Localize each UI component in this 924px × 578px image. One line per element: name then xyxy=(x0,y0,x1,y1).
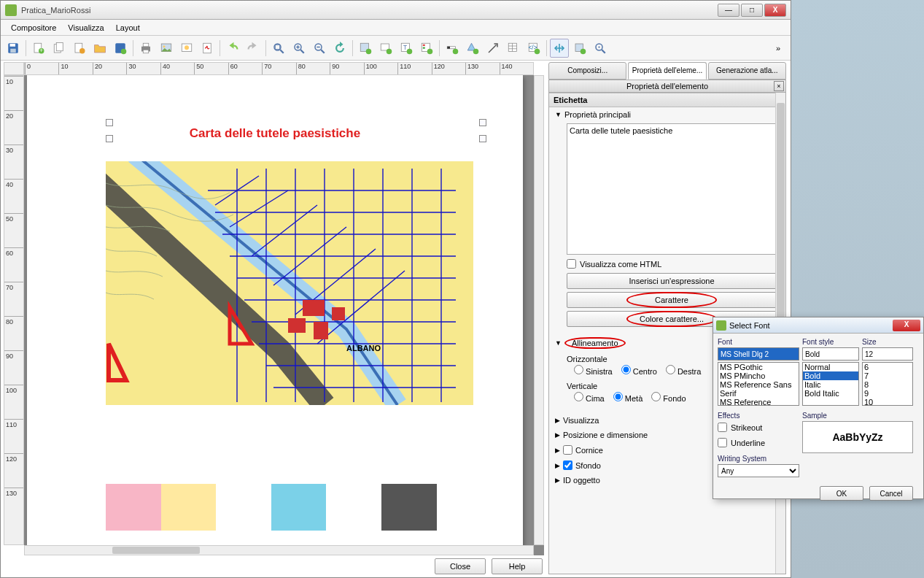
tab-composition[interactable]: Composizi... xyxy=(548,62,626,80)
minimize-button[interactable]: — xyxy=(718,4,739,17)
add-label-icon[interactable]: T xyxy=(397,39,416,58)
underline-checkbox[interactable] xyxy=(718,438,727,447)
svg-rect-13 xyxy=(143,43,149,47)
add-scalebar-icon[interactable] xyxy=(443,39,462,58)
add-shape-icon[interactable] xyxy=(463,39,482,58)
sample-preview: AaBbYyZz xyxy=(802,421,913,453)
window-title: Pratica_MarioRossi xyxy=(21,6,718,15)
toolbar-overflow-icon[interactable]: » xyxy=(769,39,788,58)
help-button[interactable]: Help xyxy=(492,558,543,574)
pan-icon[interactable] xyxy=(591,39,610,58)
selection-handle[interactable] xyxy=(106,119,113,126)
svg-point-18 xyxy=(185,45,189,50)
svg-point-44 xyxy=(473,48,479,54)
duplicate-icon[interactable] xyxy=(50,39,69,58)
new-composer-icon[interactable]: + xyxy=(29,39,48,58)
add-table-icon[interactable] xyxy=(504,39,523,58)
add-map-icon[interactable] xyxy=(356,39,375,58)
cancel-button[interactable]: Cancel xyxy=(869,486,913,501)
add-image-icon[interactable] xyxy=(376,39,395,58)
panel-close-icon[interactable]: × xyxy=(774,81,784,91)
close-button[interactable]: X xyxy=(764,4,786,17)
move-content-icon[interactable] xyxy=(570,39,589,58)
font-style-list[interactable]: NormalBoldItalicBold Italic xyxy=(802,362,859,406)
refresh-icon[interactable] xyxy=(330,39,349,58)
label-item[interactable]: Carta delle tutele paesistiche xyxy=(27,126,523,141)
manage-icon[interactable] xyxy=(70,39,89,58)
print-icon[interactable] xyxy=(136,39,155,58)
font-size-input[interactable] xyxy=(862,347,913,361)
align-center-radio[interactable] xyxy=(621,365,631,374)
export-pdf-icon[interactable] xyxy=(198,39,217,58)
font-size-list[interactable]: 67891011 xyxy=(862,362,913,406)
menu-visualizza[interactable]: Visualizza xyxy=(62,22,109,34)
canvas-scrollbar-v[interactable] xyxy=(534,75,544,545)
titlebar[interactable]: Pratica_MarioRossi — □ X xyxy=(1,1,791,20)
font-label: Font xyxy=(718,338,799,346)
layout-page[interactable]: Carta delle tutele paesistiche xyxy=(27,75,523,555)
svg-line-24 xyxy=(300,50,304,53)
export-svg-icon[interactable] xyxy=(177,39,196,58)
menu-compositore[interactable]: Compositore xyxy=(5,22,62,34)
strikeout-checkbox[interactable] xyxy=(718,423,727,432)
tab-item-properties[interactable]: Proprietà dell'eleme... xyxy=(628,62,706,80)
ruler-corner xyxy=(4,62,24,75)
svg-rect-1 xyxy=(10,44,16,47)
svg-point-9 xyxy=(79,48,85,54)
canvas-area: 0102030405060708090100110120130140 10203… xyxy=(4,62,544,555)
render-html-checkbox[interactable] xyxy=(567,259,576,269)
font-button[interactable]: Carattere xyxy=(567,292,777,308)
font-dialog-titlebar[interactable]: Select Font X xyxy=(713,317,923,334)
ok-button[interactable]: OK xyxy=(820,486,863,501)
font-name-input[interactable] xyxy=(718,347,799,361)
align-right-radio[interactable] xyxy=(666,365,675,374)
map-item[interactable]: ALBANO xyxy=(106,161,473,405)
svg-rect-22 xyxy=(276,45,280,49)
open-icon[interactable] xyxy=(90,39,109,58)
align-left-radio[interactable] xyxy=(574,365,583,374)
background-checkbox[interactable] xyxy=(563,461,572,470)
expander-main-props[interactable]: Proprietà principali xyxy=(549,107,785,122)
writing-system-select[interactable]: Any xyxy=(718,464,799,477)
canvas-scrollbar-h[interactable] xyxy=(24,545,534,555)
zoom-in-icon[interactable] xyxy=(290,39,308,58)
add-html-icon[interactable]: </> xyxy=(524,39,543,58)
font-list[interactable]: MS PGothicMS PMinchoMS Reference Sans Se… xyxy=(718,362,799,406)
undo-icon[interactable] xyxy=(223,39,242,58)
fontstyle-label: Font style xyxy=(802,338,859,346)
select-move-icon[interactable] xyxy=(550,39,569,58)
save-icon[interactable] xyxy=(4,39,23,58)
selection-handle[interactable] xyxy=(106,135,113,142)
tab-atlas[interactable]: Generazione atla... xyxy=(708,62,786,80)
align-bottom-radio[interactable] xyxy=(651,392,661,401)
save-template-icon[interactable] xyxy=(111,39,130,58)
align-middle-radio[interactable] xyxy=(613,392,623,401)
insert-expression-button[interactable]: Inserisci un'espressione xyxy=(567,273,777,289)
svg-point-16 xyxy=(163,45,166,47)
selection-handle[interactable] xyxy=(479,119,486,126)
add-arrow-icon[interactable] xyxy=(484,39,502,58)
selection-handle[interactable] xyxy=(479,135,486,142)
zoom-full-icon[interactable] xyxy=(269,39,288,58)
close-button[interactable]: Close xyxy=(435,558,486,574)
render-html-label: Visualizza come HTML xyxy=(580,260,661,269)
svg-rect-38 xyxy=(423,44,425,45)
label-text-input[interactable]: Carta delle tutele paesistiche xyxy=(567,123,777,255)
dialog-close-button[interactable]: X xyxy=(893,320,920,331)
svg-point-31 xyxy=(366,48,372,54)
font-style-input[interactable] xyxy=(802,347,859,361)
composer-window: Pratica_MarioRossi — □ X Compositore Vis… xyxy=(0,0,791,578)
menubar: Compositore Visualizza Layout xyxy=(1,20,791,36)
frame-checkbox[interactable] xyxy=(563,445,572,455)
svg-text:+: + xyxy=(39,47,43,54)
map-strip[interactable] xyxy=(106,484,473,531)
svg-point-40 xyxy=(427,48,433,54)
zoom-out-icon[interactable] xyxy=(310,39,329,58)
menu-layout[interactable]: Layout xyxy=(110,22,146,34)
redo-icon[interactable] xyxy=(244,39,263,58)
maximize-button[interactable]: □ xyxy=(741,4,763,17)
align-top-radio[interactable] xyxy=(574,392,583,401)
export-image-icon[interactable] xyxy=(157,39,176,58)
effects-label: Effects xyxy=(718,412,799,420)
add-legend-icon[interactable] xyxy=(417,39,436,58)
